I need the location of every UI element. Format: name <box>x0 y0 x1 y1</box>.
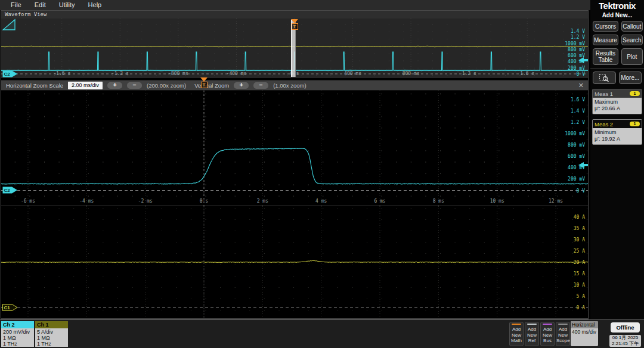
measurement-value: μ': 20.66 A <box>595 105 640 112</box>
zoom-x-tick: 6 ms <box>374 198 385 204</box>
add-new-scope-button[interactable]: AddNewScope <box>556 322 570 346</box>
h-zoom-scale-label: Horizontal Zoom Scale <box>6 82 63 89</box>
zoom-y-tick: 1000 mV <box>565 131 585 136</box>
channel-settings: 5 A/div1 MΩ1 THz <box>35 328 68 347</box>
overview-x-tick: -1.2 s <box>112 71 129 76</box>
menu-item-utility[interactable]: Utility <box>53 1 82 9</box>
zoom-y-tick: 1.4 V <box>571 108 585 113</box>
trigger-t-icon: T <box>292 23 298 30</box>
trigger-marker-overview[interactable]: T <box>290 19 299 30</box>
add-new-ref-button[interactable]: AddNewRef <box>525 322 539 346</box>
add-new-math-button[interactable]: AddNewMath <box>509 322 524 346</box>
zoom-x-tick: 4 ms <box>315 198 327 204</box>
h-zoom-plus-button[interactable]: + <box>107 82 122 89</box>
label-line: Add <box>541 327 554 333</box>
add-new-bus-button[interactable]: AddNewBus <box>540 322 555 346</box>
zoom-detail-graticule[interactable]: -6 ms-4 ms-2 ms0 s2 ms4 ms6 ms8 ms10 ms1… <box>1 91 588 206</box>
sidebar-button-callout[interactable]: Callout <box>621 21 643 32</box>
measurement-header: Meas 21 <box>593 120 642 128</box>
zoom-control-bar: Horizontal Zoom Scale 2.00 ms/div + − (2… <box>1 80 588 91</box>
zoom-x-tick: 8 ms <box>433 198 444 204</box>
overview-x-tick: 1.2 s <box>462 71 476 76</box>
current-y-tick: 40 A <box>574 215 585 220</box>
horizontal-scale: 400 ms/div <box>571 328 598 335</box>
measurement-list: Meas 11Maximumμ': 20.66 AMeas 21Minimumμ… <box>590 89 644 145</box>
source-badge: 1 <box>630 122 640 126</box>
zoom-select-icon <box>599 73 609 82</box>
zoom-y-tick: 1.6 V <box>571 97 585 102</box>
overview-x-tick: 800 ms <box>402 71 420 76</box>
overview-y-tick: 600 mV <box>568 53 585 58</box>
sidebar-button-search[interactable]: Search <box>621 35 643 45</box>
sidebar-button-cursors[interactable]: Cursors <box>593 21 618 32</box>
channel-cards: Ch 2200 mV/div1 MΩ1 THzCh 15 A/div1 MΩ1 … <box>1 321 68 347</box>
channel-scale: 5 A/div <box>37 329 66 335</box>
waveform-view-window: Waveform View T -1.6 s-1.2 s-800 ms-400 … <box>1 10 589 319</box>
label-line: Ref <box>525 338 538 344</box>
overview-y-tick: 0 V <box>577 72 585 77</box>
h-zoom-minus-button[interactable]: − <box>127 82 142 89</box>
stripe <box>527 324 537 325</box>
zoom-y-tick: 600 mV <box>568 154 585 159</box>
time-text: 2:21:45 下午 <box>609 341 641 347</box>
channel-card-ch2[interactable]: Ch 2200 mV/div1 MΩ1 THz <box>1 321 34 347</box>
current-y-tick: 0 A <box>577 305 585 310</box>
svg-text:C1: C1 <box>4 305 11 310</box>
oscilloscope-app: FileEditUtilityHelp Waveform View T -1.6… <box>0 0 644 348</box>
right-sidebar: Tektronix Add New... CursorsCalloutMeasu… <box>590 0 644 319</box>
more-button[interactable]: More... <box>619 72 642 84</box>
v-zoom-minus-button[interactable]: − <box>253 82 268 89</box>
v-zoom-plus-button[interactable]: + <box>234 82 249 89</box>
zoom-select-tool-button[interactable] <box>593 72 616 84</box>
datetime-display: 06 1月 2025 2:21:45 下午 <box>609 335 641 347</box>
channel-card-ch1[interactable]: Ch 15 A/div1 MΩ1 THz <box>35 321 68 347</box>
svg-text:C2: C2 <box>4 188 11 193</box>
stripe <box>543 324 552 325</box>
menu-item-file[interactable]: File <box>5 1 29 9</box>
sidebar-button-measure[interactable]: Measure <box>593 35 618 45</box>
zoom-overlay-icon[interactable] <box>1 18 17 32</box>
menu-item-edit[interactable]: Edit <box>29 1 53 9</box>
measurement-type: Minimum <box>595 129 640 136</box>
zoom-x-tick: -4 ms <box>79 198 94 204</box>
overview-y-tick: 1.4 V <box>571 28 585 33</box>
measurement-card-meas-1[interactable]: Meas 11Maximumμ': 20.66 A <box>592 89 642 114</box>
source-badge: 1 <box>630 91 640 96</box>
sidebar-button-grid: CursorsCalloutMeasureSearchResults Table… <box>590 21 644 65</box>
zoom-y-tick: 200 mV <box>568 176 585 182</box>
stripe <box>558 324 568 325</box>
h-zoom-readout: (200.00x zoom) <box>147 82 186 89</box>
sidebar-button-plot[interactable]: Plot <box>621 48 643 65</box>
channel-termination: 1 MΩ <box>37 335 66 341</box>
channel-name: Ch 2 <box>1 321 34 328</box>
label-line: Add <box>525 327 538 333</box>
offline-button[interactable]: Offline <box>611 322 640 333</box>
overview-x-tick: 400 ms <box>344 71 361 76</box>
overview-y-tick: 400 mV <box>568 59 585 64</box>
overview-x-tick: -400 ms <box>227 71 247 76</box>
close-zoom-bar-icon[interactable]: ✕ <box>578 82 584 89</box>
horizontal-settings-panel[interactable]: Horizontal 400 ms/div <box>571 321 598 346</box>
measurement-card-meas-2[interactable]: Meas 21Minimumμ': 19.92 A <box>592 119 642 145</box>
current-plot <box>1 206 588 318</box>
current-y-tick: 5 A <box>577 294 585 299</box>
zoom-x-tick: 10 ms <box>490 198 504 204</box>
add-new-buttons: AddNewMathAddNewRefAddNewBusAddNewScope <box>509 322 570 346</box>
add-new-label: Add New... <box>590 12 644 18</box>
h-zoom-scale-field[interactable]: 2.00 ms/div <box>68 82 103 89</box>
tektronix-logo: Tektronix <box>590 0 644 10</box>
sidebar-tool-row: More... <box>590 68 644 84</box>
measurement-name: Meas 1 <box>595 91 613 97</box>
stripe <box>512 324 521 325</box>
menu-item-help[interactable]: Help <box>82 1 109 9</box>
zoom-x-tick: -6 ms <box>21 198 35 204</box>
label-line: New <box>556 333 569 338</box>
measurement-value: μ': 19.92 A <box>595 136 640 142</box>
current-graticule[interactable]: 40 A35 A30 A25 A20 A15 A10 A5 A0 A C1 <box>1 206 588 318</box>
trigger-t-icon: T <box>201 82 208 88</box>
overview-graticule[interactable]: T -1.6 s-1.2 s-800 ms-400 ms0 s400 ms800… <box>1 18 588 78</box>
horizontal-title: Horizontal <box>571 321 598 328</box>
zoom-detail-plot <box>1 91 588 206</box>
sidebar-button-results-table[interactable]: Results Table <box>593 48 618 65</box>
trigger-marker-zoom[interactable]: T <box>199 77 209 88</box>
